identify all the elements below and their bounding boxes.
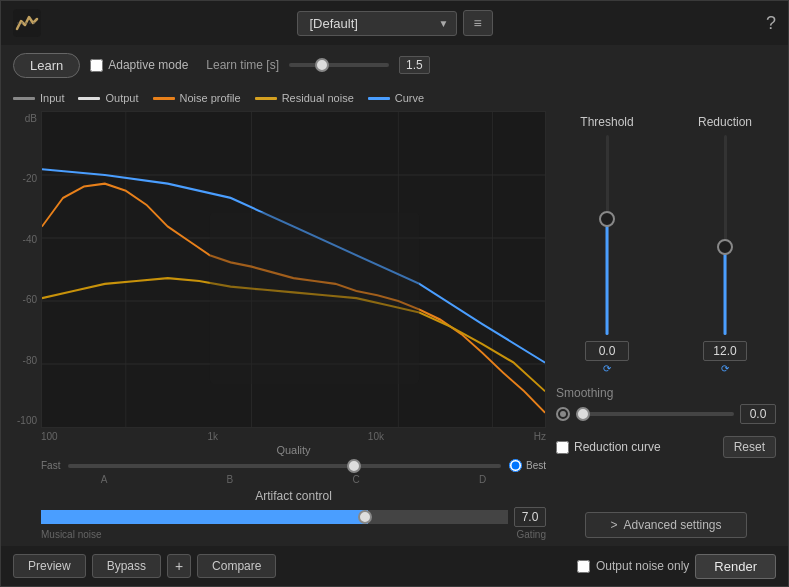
threshold-fill [606,215,609,335]
reduction-value: 12.0 [703,341,747,361]
legend-noise-profile: Noise profile [153,92,241,104]
quality-label: Quality [41,444,546,456]
chart-container: dB -20 -40 -60 -80 -100 [13,111,546,485]
legend-curve-label: Curve [395,92,424,104]
best-label: Best [526,460,546,471]
logo [13,9,41,37]
fast-label: Fast [41,460,60,471]
output-noise-row: Output noise only [577,559,689,573]
plus-button[interactable]: + [167,554,191,578]
legend-output: Output [78,92,138,104]
legend-input-label: Input [40,92,64,104]
right-panel: Threshold 0.0 ⟳ Reduction [556,111,776,485]
reduction-col: Reduction 12.0 ⟳ [674,115,776,374]
footer: Preview Bypass + Compare Output noise on… [1,546,788,586]
x-label-100: 100 [41,431,58,442]
reduction-link-icon: ⟳ [721,363,729,374]
advanced-settings-label: Advanced settings [623,518,721,532]
best-radio-input[interactable] [509,459,522,472]
quality-c: C [353,474,360,485]
adaptive-mode-checkbox[interactable] [90,59,103,72]
chart-x-area: 100 1k 10k Hz [13,428,546,442]
smoothing-section: Smoothing 0.0 [556,382,776,428]
smoothing-slider[interactable] [576,412,734,416]
chart-svg [42,112,545,427]
quality-slider[interactable] [68,464,501,468]
legend-input: Input [13,92,64,104]
compare-button[interactable]: Compare [197,554,276,578]
musical-noise-label: Musical noise [41,529,102,540]
legend-output-label: Output [105,92,138,104]
x-label-hz: Hz [534,431,546,442]
threshold-label: Threshold [580,115,633,129]
output-line-icon [78,97,100,100]
curve-line-icon [368,97,390,100]
noise-profile-line-icon [153,97,175,100]
learn-time-slider[interactable] [289,63,389,67]
learn-button[interactable]: Learn [13,53,80,78]
reduction-curve-label[interactable]: Reduction curve [556,440,661,454]
reduction-fill [724,245,727,335]
adaptive-mode-label: Adaptive mode [108,58,188,72]
gating-label: Gating [517,529,546,540]
artifact-value: 7.0 [514,507,546,527]
app-logo-icon [13,9,41,37]
input-line-icon [13,97,35,100]
artifact-section: Artifact control 7.0 Musical noise Gatin… [13,489,546,540]
threshold-col: Threshold 0.0 ⟳ [556,115,658,374]
output-noise-checkbox[interactable] [577,560,590,573]
content-area: dB -20 -40 -60 -80 -100 [1,111,788,489]
quality-row: Fast Best [41,459,546,472]
quality-d: D [479,474,486,485]
threshold-thumb[interactable] [599,211,615,227]
threshold-slider-container[interactable] [595,135,619,335]
smoothing-radio[interactable] [556,407,570,421]
y-label-60: -60 [13,294,37,305]
chart-main[interactable] [41,111,546,428]
reduction-slider-container[interactable] [713,135,737,335]
legend-curve: Curve [368,92,424,104]
sliders-section: Threshold 0.0 ⟳ Reduction [556,111,776,378]
output-noise-label: Output noise only [596,559,689,573]
bypass-button[interactable]: Bypass [92,554,161,578]
advanced-settings-area: > Advanced settings [556,512,776,540]
adaptive-mode-checkbox-label[interactable]: Adaptive mode [90,58,188,72]
legend-noise-profile-label: Noise profile [180,92,241,104]
header: [Default] ▼ ≡ ? [1,1,788,45]
best-radio[interactable]: Best [509,459,546,472]
threshold-value: 0.0 [585,341,629,361]
advanced-arrow-icon: > [610,518,617,532]
y-label-80: -80 [13,355,37,366]
help-button[interactable]: ? [766,13,776,34]
y-axis-labels: dB -20 -40 -60 -80 -100 [13,111,41,428]
preset-dropdown-wrapper: [Default] ▼ [297,11,457,36]
render-button[interactable]: Render [695,554,776,579]
artifact-label: Artifact control [41,489,546,503]
quality-letters: A B C D [41,474,546,485]
legend-residual-noise: Residual noise [255,92,354,104]
quality-a: A [101,474,108,485]
artifact-advanced-row: Artifact control 7.0 Musical noise Gatin… [1,489,788,540]
quality-b: B [227,474,234,485]
reduction-label: Reduction [698,115,752,129]
y-label-40: -40 [13,234,37,245]
chart-wrapper: dB -20 -40 -60 -80 -100 [13,111,546,428]
smoothing-value: 0.0 [740,404,776,424]
advanced-settings-button[interactable]: > Advanced settings [585,512,746,538]
menu-button[interactable]: ≡ [463,10,493,36]
legend-row: Input Output Noise profile Residual nois… [1,85,788,111]
reduction-curve-checkbox[interactable] [556,441,569,454]
smoothing-label: Smoothing [556,386,776,400]
y-label-20: -20 [13,173,37,184]
reset-button[interactable]: Reset [723,436,776,458]
preview-button[interactable]: Preview [13,554,86,578]
preset-dropdown[interactable]: [Default] [297,11,457,36]
threshold-link-icon: ⟳ [603,363,611,374]
reduction-curve-row: Reduction curve Reset [556,436,776,458]
reduction-thumb[interactable] [717,239,733,255]
smoothing-row: 0.0 [556,404,776,424]
artifact-slider[interactable] [41,515,508,519]
artifact-sublabels: Musical noise Gating [41,529,546,540]
artifact-row: 7.0 [41,507,546,527]
y-label-db: dB [13,113,37,124]
